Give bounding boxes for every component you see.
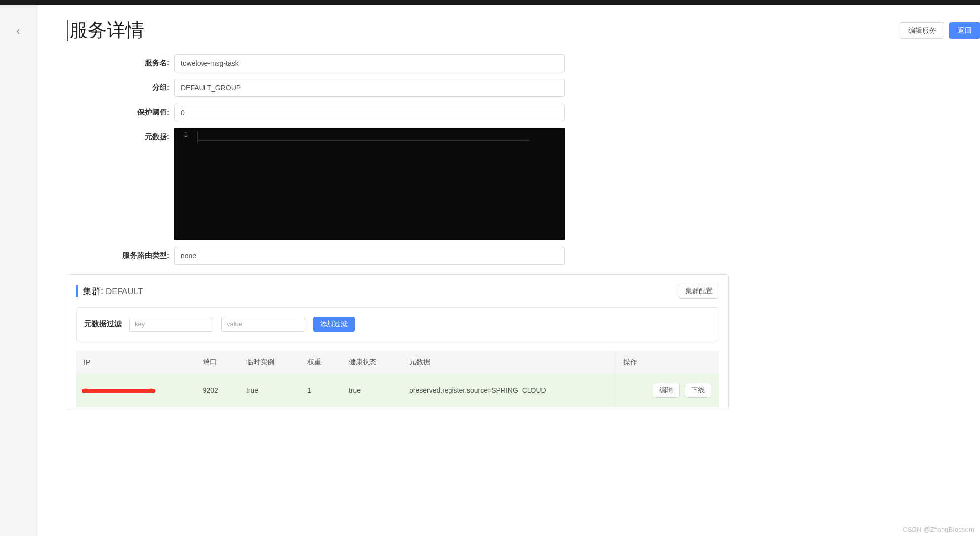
filter-label: 元数据过滤 xyxy=(84,319,122,329)
top-bar xyxy=(0,0,980,5)
label-metadata: 元数据: xyxy=(67,128,174,142)
header-actions: 编辑服务 返回 xyxy=(900,22,980,39)
input-threshold[interactable] xyxy=(174,104,565,121)
th-ephemeral: 临时实例 xyxy=(239,351,299,374)
table-row: 9202 true 1 true preserved.register.sour… xyxy=(76,374,719,407)
th-port: 端口 xyxy=(195,351,239,374)
cluster-panel: 集群: DEFAULT 集群配置 元数据过滤 添加过滤 IP 端口 临时实例 权… xyxy=(67,274,729,410)
row-threshold: 保护阈值: xyxy=(67,104,980,121)
cluster-title-label: 集群: xyxy=(83,286,103,296)
header-row: 服务详情 编辑服务 返回 xyxy=(67,20,980,41)
editor-gutter-border xyxy=(197,131,198,143)
editor-divider xyxy=(197,140,529,141)
input-group[interactable] xyxy=(174,79,565,97)
row-service-name: 服务名: xyxy=(67,54,980,72)
label-group: 分组: xyxy=(67,79,174,92)
add-filter-button[interactable]: 添加过滤 xyxy=(313,317,355,332)
input-service-name[interactable] xyxy=(174,54,565,72)
cell-health: true xyxy=(341,374,402,407)
cell-ephemeral: true xyxy=(239,374,299,407)
row-offline-button[interactable]: 下线 xyxy=(685,383,711,398)
editor-line-number: 1 xyxy=(174,131,197,138)
cell-port: 9202 xyxy=(195,374,239,407)
th-ip: IP xyxy=(76,351,195,374)
collapse-icon[interactable]: ‹ xyxy=(16,25,20,536)
cluster-config-button[interactable]: 集群配置 xyxy=(679,284,719,299)
metadata-filter: 元数据过滤 添加过滤 xyxy=(76,307,719,341)
cell-weight: 1 xyxy=(299,374,341,407)
th-weight: 权重 xyxy=(299,351,341,374)
th-op: 操作 xyxy=(615,351,719,374)
ip-redacted xyxy=(84,389,153,393)
metadata-editor[interactable]: 1 xyxy=(174,128,565,240)
row-group: 分组: xyxy=(67,79,980,97)
layout: ‹ 服务详情 编辑服务 返回 服务名: 分组: xyxy=(0,5,980,536)
main-content: 服务详情 编辑服务 返回 服务名: 分组: 保护阈值: xyxy=(37,5,980,536)
row-route-type: 服务路由类型: xyxy=(67,247,980,265)
cluster-title: 集群: DEFAULT xyxy=(76,285,143,297)
filter-key-input[interactable] xyxy=(129,317,213,332)
cell-op: 编辑 下线 xyxy=(615,374,719,407)
label-service-name: 服务名: xyxy=(67,54,174,68)
th-metadata: 元数据 xyxy=(402,351,615,374)
cluster-head: 集群: DEFAULT 集群配置 xyxy=(76,284,719,299)
th-health: 健康状态 xyxy=(341,351,402,374)
cell-ip xyxy=(76,374,195,407)
filter-value-input[interactable] xyxy=(221,317,305,332)
cluster-name: DEFAULT xyxy=(106,287,143,296)
label-threshold: 保护阈值: xyxy=(67,104,174,117)
table-header-row: IP 端口 临时实例 权重 健康状态 元数据 操作 xyxy=(76,351,719,374)
edit-service-button[interactable]: 编辑服务 xyxy=(900,22,944,39)
page-title: 服务详情 xyxy=(67,20,144,41)
left-rail: ‹ xyxy=(0,5,37,536)
service-form: 服务名: 分组: 保护阈值: 元数据: xyxy=(67,54,980,265)
watermark: CSDN @ZhangBlossom xyxy=(903,526,974,533)
row-metadata: 元数据: 1 xyxy=(67,128,980,240)
label-route-type: 服务路由类型: xyxy=(67,247,174,260)
row-edit-button[interactable]: 编辑 xyxy=(653,383,680,398)
instances-table: IP 端口 临时实例 权重 健康状态 元数据 操作 9202 true 1 xyxy=(76,351,719,407)
back-button[interactable]: 返回 xyxy=(949,22,980,39)
input-route-type[interactable] xyxy=(174,247,565,265)
cell-metadata: preserved.register.source=SPRING_CLOUD xyxy=(402,374,615,407)
